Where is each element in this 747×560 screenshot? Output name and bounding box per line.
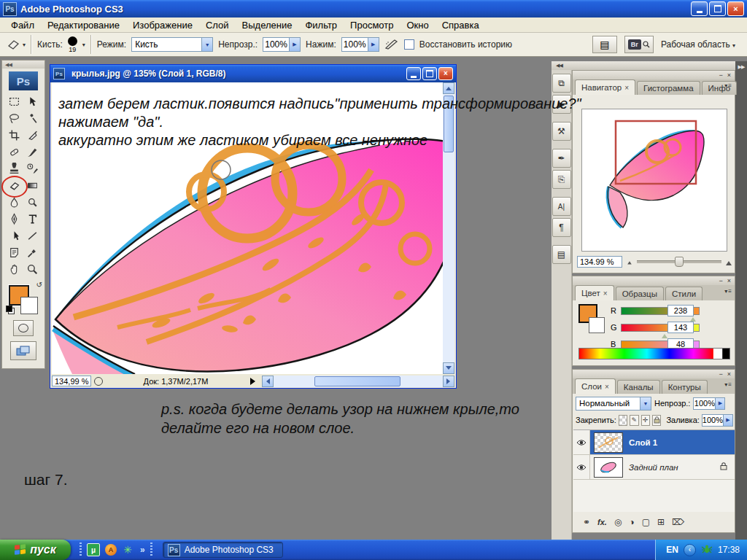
layer-group-icon[interactable]: ▢ <box>642 517 650 527</box>
panel-close-button[interactable]: × <box>727 278 731 284</box>
tab-navigator[interactable]: Навигатор× <box>575 79 635 95</box>
tool-blur[interactable] <box>5 194 23 211</box>
quick-launch-overflow-icon[interactable]: » <box>140 545 145 555</box>
screen-mode-button[interactable] <box>10 341 36 360</box>
panel-close-button[interactable]: × <box>727 72 731 79</box>
background-color-swatch[interactable] <box>589 317 605 333</box>
mode-select[interactable]: Кисть ▼ <box>131 37 213 52</box>
blend-mode-dropdown-icon[interactable]: ▼ <box>640 397 651 410</box>
canvas[interactable] <box>52 82 443 374</box>
menu-file[interactable]: Файл <box>4 20 41 31</box>
erase-history-checkbox[interactable] <box>404 39 414 50</box>
layer-effects-icon[interactable]: fx. <box>597 518 607 526</box>
tool-brush[interactable] <box>23 144 42 160</box>
brush-picker-arrow-icon[interactable]: ▾ <box>82 42 85 48</box>
swap-colors-icon[interactable]: ↺ <box>36 281 42 289</box>
tab-close-icon[interactable]: × <box>603 289 608 298</box>
utorrent-icon[interactable]: μ <box>87 543 100 556</box>
lock-all-icon[interactable] <box>652 415 661 426</box>
tab-paths[interactable]: Контуры <box>662 380 708 394</box>
tab-swatches[interactable]: Образцы <box>616 287 664 300</box>
tool-history-brush[interactable] <box>23 160 42 177</box>
menu-help[interactable]: Справка <box>436 20 486 31</box>
paragraph-panel-icon[interactable]: ¶ <box>552 218 571 237</box>
status-menu-arrow-icon[interactable] <box>250 378 259 385</box>
blend-mode-select[interactable]: Нормальный ▼ <box>576 397 651 411</box>
workspace-menu[interactable]: Рабочая область ▾ <box>661 39 735 50</box>
brushes-panel-icon[interactable]: ✒ <box>552 149 571 168</box>
adjustment-layer-icon[interactable]: ◑ <box>629 517 634 527</box>
tool-zoom[interactable] <box>23 261 42 278</box>
tool-clone-stamp[interactable] <box>5 160 23 177</box>
tool-pen[interactable] <box>5 211 23 228</box>
clone-source-panel-icon[interactable]: ⎘ <box>552 170 571 189</box>
quick-launch-handle[interactable] <box>80 542 82 557</box>
restore-button[interactable] <box>709 1 726 16</box>
tool-presets-panel-icon[interactable]: ⚒ <box>552 122 571 141</box>
panel-close-button[interactable]: × <box>727 371 731 378</box>
status-options-icon[interactable] <box>93 376 104 387</box>
navigator-zoom-slider[interactable] <box>637 260 721 263</box>
close-button[interactable]: × <box>727 1 744 16</box>
navigator-preview[interactable] <box>581 109 727 252</box>
zoom-level-field[interactable]: 134,99 % <box>52 376 91 386</box>
minimize-button[interactable] <box>691 1 708 16</box>
taskband-handle[interactable] <box>150 542 152 557</box>
mode-dropdown-icon[interactable]: ▼ <box>201 38 212 51</box>
layer-name[interactable]: Слой 1 <box>629 438 657 447</box>
toolbox-collapse-icon[interactable]: ◀◀ <box>2 61 44 69</box>
tool-lasso[interactable] <box>5 110 23 127</box>
vertical-scrollbar[interactable] <box>443 82 454 374</box>
menu-filter[interactable]: Фильтр <box>298 20 344 31</box>
tab-channels[interactable]: Каналы <box>617 380 660 394</box>
tool-path-selection[interactable] <box>5 228 23 244</box>
layer-thumbnail[interactable] <box>594 457 623 478</box>
tool-dodge[interactable] <box>23 194 42 211</box>
tool-hand[interactable] <box>5 261 23 278</box>
tool-gradient[interactable] <box>23 177 42 194</box>
tool-eraser[interactable] <box>5 177 23 194</box>
tool-magic-wand[interactable] <box>23 110 42 127</box>
tool-notes[interactable] <box>5 244 23 261</box>
tray-collapse-icon[interactable]: ‹ <box>684 544 696 556</box>
horizontal-scrollbar[interactable] <box>262 376 454 387</box>
tool-move[interactable] <box>23 93 42 110</box>
lock-pixels-icon[interactable]: ✎ <box>630 415 638 426</box>
background-color-swatch[interactable] <box>20 297 38 314</box>
fill-input[interactable]: 100% ▶ <box>702 414 733 427</box>
document-titlebar[interactable]: Ps крылья.jpg @ 135% (Слой 1, RGB/8) × <box>50 65 456 82</box>
layers-opacity-spinner-icon[interactable]: ▶ <box>715 398 724 409</box>
document-maximize-button[interactable] <box>422 67 437 80</box>
menu-view[interactable]: Просмотр <box>344 20 400 31</box>
link-layers-icon[interactable]: ⚭ <box>583 517 590 527</box>
menu-window[interactable]: Окно <box>400 20 435 31</box>
visibility-toggle[interactable] <box>573 430 590 454</box>
green-value-field[interactable]: 143 <box>667 322 694 333</box>
panel-minimize-button[interactable]: − <box>719 72 722 79</box>
lock-transparency-icon[interactable] <box>619 415 627 426</box>
menu-select[interactable]: Выделение <box>236 20 299 31</box>
color-spectrum-bar[interactable] <box>578 348 730 359</box>
pinwheel-icon[interactable]: ✳ <box>122 544 133 556</box>
flow-input[interactable]: 100% ▶ <box>341 37 379 52</box>
tool-eyedropper[interactable] <box>23 244 42 261</box>
tab-styles[interactable]: Стили <box>665 287 703 300</box>
layer-comps-panel-icon[interactable]: ⧉ <box>552 74 571 93</box>
bridge-button[interactable]: Br <box>624 36 654 53</box>
dock-collapse-header[interactable]: ◀◀ <box>551 61 735 70</box>
tool-slice[interactable] <box>23 127 42 144</box>
panel-menu-icon[interactable]: ▾≡ <box>724 381 732 388</box>
tool-rectangular-marquee[interactable] <box>5 93 23 110</box>
antivirus-spider-icon[interactable] <box>701 543 713 557</box>
delete-layer-icon[interactable]: ⌦ <box>672 517 684 527</box>
tool-spot-healing[interactable] <box>5 144 23 160</box>
layer-thumbnail[interactable] <box>594 432 623 453</box>
panel-minimize-button[interactable]: − <box>719 278 722 284</box>
airbrush-icon[interactable] <box>384 38 399 52</box>
tab-color[interactable]: Цвет× <box>575 285 614 300</box>
language-indicator[interactable]: EN <box>666 545 678 555</box>
eraser-preset-arrow-icon[interactable]: ▾ <box>23 42 26 48</box>
menu-layer[interactable]: Слой <box>199 20 236 31</box>
taskbar-photoshop-button[interactable]: Ps Adobe Photoshop CS3 <box>163 542 283 558</box>
zoom-out-icon[interactable] <box>627 260 632 265</box>
